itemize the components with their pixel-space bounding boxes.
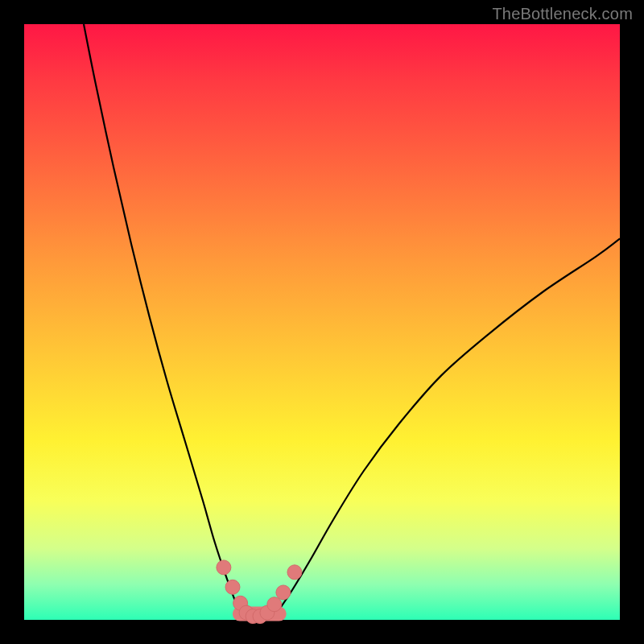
optimum-dot [225, 580, 240, 594]
optimum-dot [287, 565, 302, 580]
optimum-dot [217, 560, 231, 575]
curve-right-branch [274, 238, 620, 617]
curve-left-branch [84, 24, 246, 617]
watermark-text: TheBottleneck.com [492, 5, 633, 23]
chart-overlay [24, 24, 620, 620]
optimum-dot [267, 597, 282, 612]
optimum-marker-group [217, 560, 302, 624]
optimum-dot [276, 585, 291, 600]
